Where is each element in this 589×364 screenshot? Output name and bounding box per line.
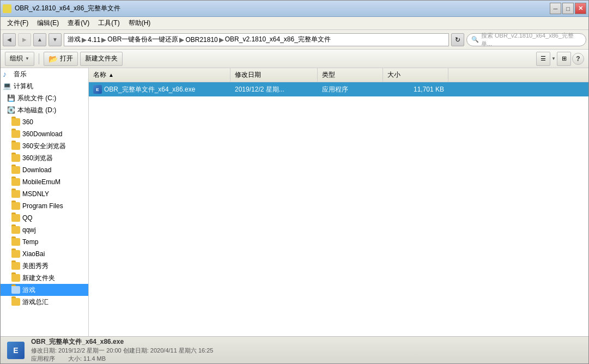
- sidebar-item-label: 本地磁盘 (D:): [17, 106, 56, 115]
- up-button[interactable]: ▲: [33, 33, 46, 46]
- sidebar-item-360download[interactable]: 360Download: [1, 128, 88, 140]
- breadcrumb-current: OBR_v2.1810_x64_x86_完整单文件: [225, 35, 331, 44]
- file-name-cell: E OBR_完整单文件_x64_x86.exe: [89, 82, 230, 96]
- sidebar-item-360secbrowser[interactable]: 360安全浏览器: [1, 140, 88, 152]
- main-content: ♪ 音乐 💻 计算机 💾 系统文件 (C:) 💽 本地磁盘 (D:) 360: [1, 68, 588, 336]
- menu-bar: 文件(F) 编辑(E) 查看(V) 工具(T) 帮助(H): [1, 17, 588, 30]
- sidebar-item-msdnly[interactable]: MSDNLY: [1, 188, 88, 200]
- sidebar-item-computer[interactable]: 💻 计算机: [1, 80, 88, 92]
- preview-pane-button[interactable]: ⊞: [557, 52, 571, 66]
- menu-file[interactable]: 文件(F): [5, 17, 31, 29]
- col-header-date[interactable]: 修改日期: [230, 68, 318, 82]
- sidebar-item-meitu[interactable]: 美图秀秀: [1, 260, 88, 272]
- view-toggle-button[interactable]: ☰: [536, 52, 550, 66]
- folder-icon: [11, 166, 20, 174]
- folder-icon: [11, 262, 20, 270]
- maximize-button[interactable]: □: [562, 3, 574, 14]
- minimize-button[interactable]: ─: [550, 3, 561, 14]
- status-type: 应用程序: [31, 355, 55, 363]
- computer-icon: 💻: [3, 82, 11, 90]
- sidebar-item-programfiles[interactable]: Program Files: [1, 200, 88, 212]
- open-label: 打开: [60, 54, 73, 63]
- file-list: E OBR_完整单文件_x64_x86.exe 2019/12/2 星期... …: [89, 82, 588, 336]
- sidebar-item-mobileeumu[interactable]: MobileEmuM: [1, 176, 88, 188]
- title-buttons: ─ □ ✕: [550, 3, 586, 14]
- file-area: 名称 ▲ 修改日期 类型 大小 E: [89, 68, 588, 336]
- folder-icon: [11, 226, 20, 234]
- back-button[interactable]: ◀: [3, 33, 16, 46]
- sidebar-item-360[interactable]: 360: [1, 116, 88, 128]
- toolbar-views: ☰ ▼ ⊞ ?: [536, 52, 584, 66]
- sidebar-item-label: 360: [22, 118, 33, 126]
- status-meta: 修改日期: 2019/12/2 星期一 20:00 创建日期: 2020/4/1…: [31, 347, 582, 355]
- open-button[interactable]: 📂 打开: [44, 52, 78, 66]
- search-box[interactable]: 🔍 搜索 OBR_v2.1810_x64_x86_完整单...: [466, 33, 586, 46]
- explorer-window: OBR_v2.1810_x64_x86_完整单文件 ─ □ ✕ 文件(F) 编辑…: [0, 0, 589, 364]
- folder-icon: [11, 178, 20, 186]
- menu-tools[interactable]: 工具(T): [96, 17, 122, 29]
- sidebar-item-label: QQ: [22, 214, 33, 222]
- menu-edit[interactable]: 编辑(E): [35, 17, 61, 29]
- status-filename: OBR_完整单文件_x64_x86.exe: [31, 337, 582, 347]
- refresh-button[interactable]: ↻: [451, 33, 464, 46]
- sidebar-item-games[interactable]: 游戏: [1, 284, 88, 296]
- sidebar-item-label: Temp: [22, 238, 38, 246]
- menu-view[interactable]: 查看(V): [65, 17, 92, 29]
- folder-icon: [11, 214, 20, 222]
- sidebar-item-label: Program Files: [22, 202, 63, 210]
- folder-icon: [11, 250, 20, 258]
- sidebar-item-drive-d[interactable]: 💽 本地磁盘 (D:): [1, 104, 88, 116]
- sidebar-item-gamesall[interactable]: 游戏总汇: [1, 296, 88, 308]
- sidebar-item-label: 音乐: [14, 70, 27, 79]
- status-file-icon: E: [7, 342, 25, 359]
- sidebar-item-drive-c[interactable]: 💾 系统文件 (C:): [1, 92, 88, 104]
- sidebar-item-music[interactable]: ♪ 音乐: [1, 68, 88, 80]
- folder-icon: [11, 298, 20, 306]
- folder-icon: [11, 142, 20, 150]
- folder-icon: [11, 238, 20, 246]
- open-icon: 📂: [48, 54, 58, 63]
- sidebar-item-temp[interactable]: Temp: [1, 236, 88, 248]
- sidebar-item-download[interactable]: Download: [1, 164, 88, 176]
- sidebar-item-360browser[interactable]: 360浏览器: [1, 152, 88, 164]
- sidebar-item-label: 新建文件夹: [22, 274, 55, 283]
- sidebar-item-xiaobai[interactable]: XiaoBai: [1, 248, 88, 260]
- col-header-type[interactable]: 类型: [318, 68, 383, 82]
- menu-help[interactable]: 帮助(H): [126, 17, 153, 29]
- address-path[interactable]: 游戏 ▶ 4.11 ▶ OBR一键备份&一键还原 ▶ OBR21810 ▶ OB…: [64, 33, 449, 46]
- organize-dropdown-icon: ▼: [25, 56, 29, 61]
- sidebar-item-newdir[interactable]: 新建文件夹: [1, 272, 88, 284]
- breadcrumb-obr-backup: OBR一键备份&一键还原: [107, 35, 178, 44]
- sidebar-item-label: 360安全浏览器: [22, 142, 66, 151]
- address-bar: ◀ ▶ ▲ ▼ 游戏 ▶ 4.11 ▶ OBR一键备份&一键还原 ▶ OBR21…: [1, 30, 588, 50]
- folder-icon: [11, 130, 20, 138]
- table-row[interactable]: E OBR_完整单文件_x64_x86.exe 2019/12/2 星期... …: [89, 82, 588, 96]
- folder-icon: [11, 202, 20, 210]
- col-header-size[interactable]: 大小: [383, 68, 448, 82]
- sidebar-item-qq[interactable]: QQ: [1, 212, 88, 224]
- sidebar-item-label: Download: [22, 166, 51, 174]
- recent-button[interactable]: ▼: [48, 33, 62, 46]
- sidebar-item-label: 美图秀秀: [22, 262, 48, 271]
- status-size: 大小: 11.4 MB: [68, 355, 106, 363]
- title-bar: OBR_v2.1810_x64_x86_完整单文件 ─ □ ✕: [1, 1, 588, 17]
- file-size: 11,701 KB: [414, 86, 444, 93]
- forward-button[interactable]: ▶: [18, 33, 31, 46]
- file-type-cell: 应用程序: [318, 82, 383, 96]
- new-folder-label: 新建文件夹: [85, 54, 118, 63]
- sidebar-item-label: 360Download: [22, 130, 62, 138]
- close-button[interactable]: ✕: [575, 3, 586, 14]
- sidebar: ♪ 音乐 💻 计算机 💾 系统文件 (C:) 💽 本地磁盘 (D:) 360: [1, 68, 89, 336]
- file-date: 2019/12/2 星期...: [235, 85, 284, 94]
- view-dropdown-icon[interactable]: ▼: [551, 56, 556, 61]
- drive-icon: 💾: [7, 94, 15, 102]
- sidebar-item-label: MobileEmuM: [22, 178, 60, 186]
- col-header-name[interactable]: 名称 ▲: [89, 68, 230, 82]
- sidebar-item-qqwj[interactable]: qqwj: [1, 224, 88, 236]
- new-folder-button[interactable]: 新建文件夹: [80, 52, 123, 66]
- file-size-cell: 11,701 KB: [383, 82, 448, 96]
- help-button[interactable]: ?: [572, 53, 584, 65]
- file-name: OBR_完整单文件_x64_x86.exe: [104, 85, 195, 94]
- status-bar: E OBR_完整单文件_x64_x86.exe 修改日期: 2019/12/2 …: [1, 336, 588, 363]
- organize-button[interactable]: 组织 ▼: [5, 52, 34, 66]
